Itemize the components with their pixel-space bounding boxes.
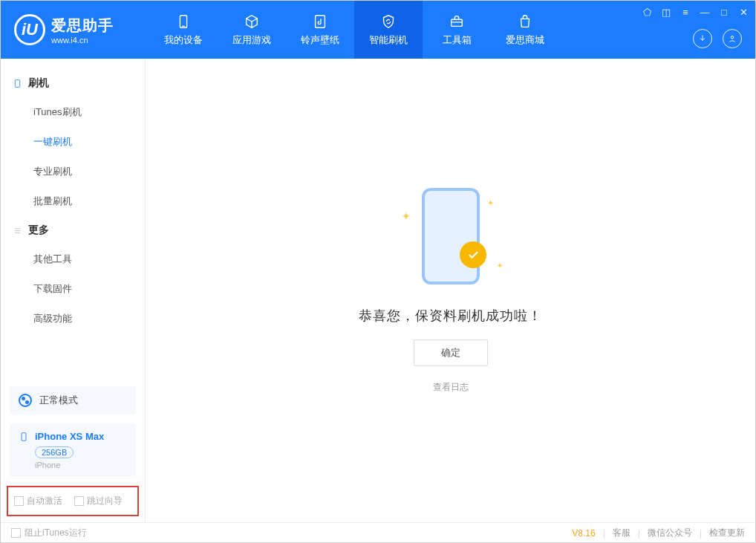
nav-label: 铃声壁纸 (301, 33, 339, 47)
shirt-icon[interactable]: ⬠ (641, 7, 653, 18)
option-label: 跳过向导 (87, 495, 123, 507)
user-button[interactable] (723, 29, 742, 48)
maximize-button[interactable]: □ (718, 7, 730, 18)
auto-activate-option[interactable]: 自动激活 (14, 495, 62, 507)
nav-toolbox[interactable]: 工具箱 (423, 1, 491, 59)
bag-icon (516, 13, 534, 30)
section-title: 刷机 (28, 77, 49, 90)
ok-button[interactable]: 确定 (414, 339, 488, 366)
footer-link-wechat[interactable]: 微信公众号 (648, 527, 692, 539)
menu-icon[interactable]: ≡ (680, 7, 691, 18)
device-capacity: 256GB (35, 446, 74, 458)
footer-link-update[interactable]: 检查更新 (709, 527, 745, 539)
nav-store[interactable]: 爱思商城 (491, 1, 559, 59)
window-controls: ⬠ ◫ ≡ — □ ✕ (641, 7, 749, 18)
list-icon (13, 226, 22, 235)
mode-label: 正常模式 (39, 394, 78, 407)
svg-rect-2 (316, 16, 325, 28)
close-button[interactable]: ✕ (737, 7, 749, 18)
nav-label: 爱思商城 (506, 33, 544, 47)
sidebar-item-other-tools[interactable]: 其他工具 (1, 244, 145, 274)
nav-label: 工具箱 (443, 33, 472, 47)
phone-icon (175, 13, 192, 30)
sidebar: 刷机 iTunes刷机 一键刷机 专业刷机 批量刷机 更多 其他工具 下载固件 … (1, 59, 146, 522)
sidebar-item-pro-flash[interactable]: 专业刷机 (1, 157, 145, 186)
checkbox-icon (74, 496, 84, 506)
toolbox-icon (448, 13, 466, 30)
svg-point-4 (731, 36, 734, 39)
block-itunes-label[interactable]: 阻止iTunes运行 (25, 527, 87, 539)
phone-graphic (422, 188, 480, 284)
top-nav: 我的设备 应用游戏 铃声壁纸 智能刷机 工具箱 爱思商城 (149, 1, 559, 59)
app-header: iU 爱思助手 www.i4.cn 我的设备 应用游戏 铃声壁纸 智能刷机 工具… (1, 1, 755, 59)
cube-icon (243, 13, 261, 30)
skip-wizard-option[interactable]: 跳过向导 (74, 495, 123, 507)
checkbox-icon[interactable] (11, 528, 21, 538)
sidebar-item-advanced[interactable]: 高级功能 (1, 304, 145, 334)
mode-card[interactable]: 正常模式 (10, 386, 136, 414)
success-illustration: ✦ ✦ ✦ (377, 188, 525, 292)
sparkle-icon: ✦ (487, 198, 494, 208)
phone-outline-icon (13, 79, 22, 88)
nav-label: 我的设备 (164, 33, 203, 47)
sparkle-icon: ✦ (497, 261, 503, 270)
music-file-icon (311, 13, 329, 30)
app-body: 刷机 iTunes刷机 一键刷机 专业刷机 批量刷机 更多 其他工具 下载固件 … (1, 59, 755, 522)
nav-ringtones[interactable]: 铃声壁纸 (286, 1, 354, 59)
footer-link-support[interactable]: 客服 (613, 527, 630, 539)
sparkle-icon: ✦ (402, 210, 411, 222)
sidebar-item-download-firmware[interactable]: 下载固件 (1, 274, 145, 304)
option-label: 自动激活 (27, 495, 62, 507)
shield-sync-icon (379, 13, 397, 30)
sidebar-section-more: 更多 (1, 216, 145, 244)
header-right-buttons (693, 29, 742, 48)
view-log-link[interactable]: 查看日志 (433, 381, 469, 394)
sidebar-section-flash: 刷机 (1, 69, 145, 97)
main-content: ✦ ✦ ✦ 恭喜您，保资料刷机成功啦！ 确定 查看日志 (146, 59, 755, 522)
nav-apps-games[interactable]: 应用游戏 (218, 1, 286, 59)
sidebar-item-onekey-flash[interactable]: 一键刷机 (1, 127, 145, 157)
device-card[interactable]: iPhone XS Max 256GB iPhone (10, 423, 136, 477)
nav-my-device[interactable]: 我的设备 (149, 1, 218, 59)
nav-label: 应用游戏 (232, 33, 271, 47)
svg-rect-9 (22, 432, 26, 440)
nav-label: 智能刷机 (369, 33, 408, 47)
logo-icon: iU (14, 14, 45, 45)
version-label: V8.16 (572, 528, 595, 539)
normal-mode-icon (19, 394, 32, 407)
device-icon (19, 432, 29, 442)
lock-icon[interactable]: ◫ (660, 7, 672, 18)
logo: iU 爱思助手 www.i4.cn (1, 1, 149, 59)
device-name: iPhone XS Max (35, 431, 104, 442)
status-bar: 阻止iTunes运行 V8.16 | 客服 | 微信公众号 | 检查更新 (1, 522, 755, 543)
svg-rect-3 (452, 19, 463, 26)
section-title: 更多 (28, 224, 49, 237)
minimize-button[interactable]: — (699, 7, 711, 18)
sidebar-item-itunes-flash[interactable]: iTunes刷机 (1, 97, 145, 127)
success-message: 恭喜您，保资料刷机成功啦！ (359, 307, 542, 325)
options-highlighted-box: 自动激活 跳过向导 (7, 486, 139, 516)
device-type: iPhone (35, 461, 127, 469)
checkbox-icon (14, 496, 24, 506)
sidebar-item-batch-flash[interactable]: 批量刷机 (1, 186, 145, 216)
checkmark-badge (460, 241, 486, 268)
nav-smart-flash[interactable]: 智能刷机 (354, 1, 423, 59)
app-url: www.i4.cn (51, 36, 114, 45)
download-button[interactable] (693, 29, 712, 48)
app-name: 爱思助手 (51, 16, 114, 36)
svg-rect-5 (15, 79, 20, 87)
